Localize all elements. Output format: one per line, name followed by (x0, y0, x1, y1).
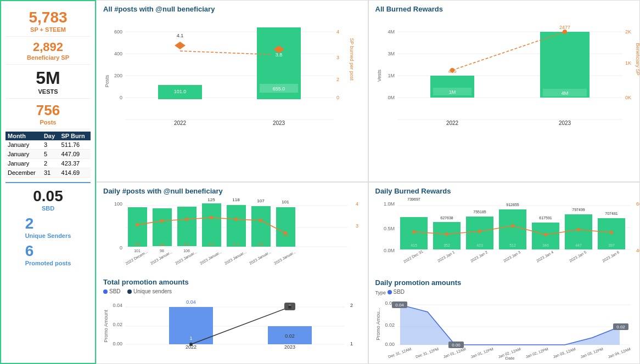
svg-text:797499: 797499 (572, 208, 585, 212)
svg-text:352: 352 (443, 243, 450, 247)
svg-text:3.6: 3.6 (134, 242, 141, 247)
svg-text:1K: 1K (625, 60, 631, 66)
svg-text:755185: 755185 (473, 210, 486, 214)
svg-text:Beneficiary SP: Beneficiary SP (635, 43, 641, 75)
sp-steem-block: 5,783 SP + STEEM (5, 5, 91, 37)
svg-text:2023: 2023 (558, 120, 571, 126)
sp-steem-value: 5,783 (5, 9, 91, 26)
svg-text:4.2: 4.2 (208, 242, 215, 247)
col-sp-burn: SP Burn (59, 132, 91, 140)
unique-senders-label: Unique Senders (25, 232, 71, 239)
svg-text:2023 Januar...: 2023 Januar... (273, 250, 296, 265)
svg-text:4M: 4M (388, 29, 395, 35)
svg-point-139 (511, 224, 514, 228)
posts-null-beneficiary-chart: All #posts with @null beneficiary Posts … (96, 0, 368, 182)
unique-senders-value: 2 (25, 215, 71, 232)
svg-text:2023 Jan 2: 2023 Jan 2 (469, 250, 488, 263)
svg-text:4.1: 4.1 (177, 33, 184, 38)
svg-text:400: 400 (636, 248, 641, 253)
svg-text:100: 100 (114, 201, 122, 207)
svg-text:Promo Amount: Promo Amount (103, 309, 109, 342)
svg-text:3: 3 (356, 223, 358, 229)
svg-point-103 (189, 343, 193, 346)
svg-point-137 (445, 232, 448, 236)
svg-text:2023 Jan 5: 2023 Jan 5 (568, 250, 587, 263)
bottom-right-grid: Daily Burned Rewards 1.0M 0.5M 0.0M 600 … (375, 187, 633, 359)
svg-text:346: 346 (542, 243, 549, 247)
svg-text:0.04: 0.04 (395, 303, 404, 308)
svg-text:3M: 3M (388, 51, 395, 56)
svg-text:0M: 0M (388, 95, 395, 100)
svg-text:2023: 2023 (284, 344, 295, 350)
daily-promo-legend: Type SBD (375, 289, 641, 295)
svg-rect-65 (227, 205, 246, 247)
svg-text:0.0M: 0.0M (383, 248, 394, 253)
svg-text:Jan 03, 12PM: Jan 03, 12PM (580, 346, 603, 358)
svg-point-141 (577, 228, 580, 231)
svg-text:447: 447 (575, 243, 582, 247)
svg-text:4.0: 4.0 (159, 242, 165, 247)
svg-text:Dec 31, 12PM: Dec 31, 12PM (415, 346, 439, 359)
sbd-label: SBD (42, 205, 54, 212)
svg-text:400: 400 (114, 51, 122, 56)
promoted-posts-value: 6 (25, 242, 71, 260)
daily-posts-section: Daily #posts with @null beneficiary 100 … (103, 187, 361, 278)
svg-text:0.02: 0.02 (285, 333, 295, 339)
vests-value: 5M (5, 68, 91, 88)
promo-legend: SBD Unique senders (103, 288, 361, 295)
sbd-value: 0.05 (33, 187, 63, 205)
svg-rect-62 (202, 203, 221, 247)
svg-text:0.00: 0.00 (113, 341, 122, 346)
svg-point-75 (160, 219, 164, 223)
svg-text:0: 0 (336, 95, 339, 100)
svg-point-74 (136, 223, 139, 226)
svg-text:3: 3 (336, 55, 339, 60)
svg-text:Jan 01, 12PM: Jan 01, 12PM (470, 346, 493, 358)
svg-point-106 (288, 305, 291, 309)
bottom-left-grid: Daily #posts with @null beneficiary 100 … (103, 187, 361, 359)
svg-text:912855: 912855 (506, 203, 519, 207)
svg-text:2K: 2K (625, 29, 631, 35)
svg-text:107: 107 (257, 198, 265, 203)
beneficiary-sp-value: 2,892 (5, 40, 91, 54)
svg-text:0.04: 0.04 (113, 303, 122, 308)
svg-text:0.04: 0.04 (186, 299, 196, 305)
svg-text:101.0: 101.0 (174, 89, 187, 94)
svg-text:4.1: 4.1 (233, 242, 239, 247)
svg-point-140 (544, 233, 547, 236)
svg-text:2022 Dec 31: 2022 Dec 31 (402, 249, 423, 264)
svg-text:1: 1 (189, 335, 192, 341)
sp-burn-table: Month Day SP Burn January3511.76 January… (5, 132, 91, 178)
svg-text:1M: 1M (448, 89, 456, 95)
svg-text:0: 0 (120, 245, 122, 251)
beneficiary-sp-label: Beneficiary SP (5, 54, 91, 61)
svg-text:423: 423 (476, 243, 483, 247)
svg-text:Date: Date (505, 356, 514, 361)
svg-text:98: 98 (160, 249, 164, 253)
bar-burned-2023 (540, 32, 590, 98)
vests-label: VESTS (5, 88, 91, 95)
svg-text:101: 101 (134, 249, 141, 253)
svg-text:Dec 31, 12AM: Dec 31, 12AM (388, 346, 412, 359)
svg-text:0.00: 0.00 (385, 342, 395, 347)
daily-burned-section: Daily Burned Rewards 1.0M 0.5M 0.0M 600 … (375, 187, 641, 278)
svg-text:2023 Jan 4: 2023 Jan 4 (535, 250, 554, 263)
sidebar: 5,783 SP + STEEM 2,892 Beneficiary SP 5M… (0, 0, 96, 364)
table-row: January5447.09 (5, 150, 91, 159)
svg-text:Vests: Vests (377, 69, 382, 82)
svg-point-78 (234, 218, 238, 221)
svg-text:617591: 617591 (539, 216, 552, 220)
svg-text:0.02: 0.02 (616, 325, 625, 329)
svg-text:2: 2 (350, 303, 353, 308)
total-promo-title: Total promotion amounts (103, 278, 361, 286)
svg-text:Jan 01, 12AM: Jan 01, 12AM (442, 346, 466, 358)
sp-steem-label: SP + STEEM (5, 26, 91, 33)
svg-point-136 (412, 230, 416, 234)
svg-rect-71 (276, 207, 295, 247)
bottom-left-panel: Daily #posts with @null beneficiary 100 … (96, 182, 368, 364)
svg-text:200: 200 (114, 73, 122, 78)
svg-text:512: 512 (509, 243, 516, 247)
svg-text:2023 Januar...: 2023 Januar... (224, 250, 247, 265)
svg-text:Jan 02, 12PM: Jan 02, 12PM (525, 346, 548, 358)
svg-point-138 (478, 230, 481, 233)
